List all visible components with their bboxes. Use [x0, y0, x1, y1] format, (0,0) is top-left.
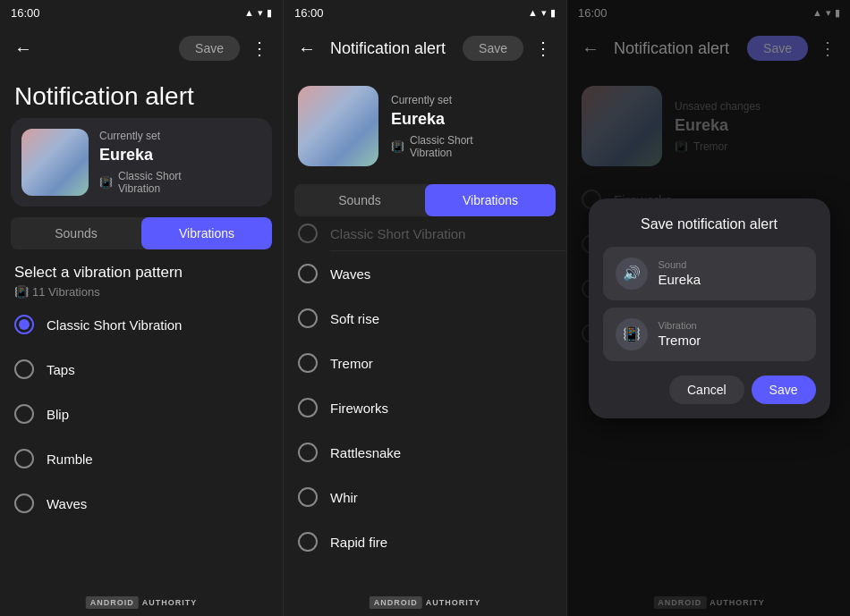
status-time-2: 16:00 — [294, 6, 324, 20]
radio-2-4[interactable] — [298, 443, 318, 462]
status-bar-1: 16:00 ▲ ▾ ▮ — [0, 0, 283, 25]
modal-save-button[interactable]: Save — [752, 376, 816, 404]
list-item-2-0[interactable]: Waves — [284, 251, 566, 296]
vib-text-1: Classic ShortVibration — [118, 170, 182, 195]
tab-vibrations-1[interactable]: Vibrations — [141, 217, 272, 249]
current-set-box-1: Currently set Eureka 📳 Classic ShortVibr… — [11, 118, 272, 207]
watermark-1: ANDROID AUTHORITY — [86, 596, 198, 609]
radio-1-3[interactable] — [14, 449, 34, 468]
watermark-android-1: ANDROID — [86, 596, 139, 609]
section-title-1: Select a vibration pattern — [14, 264, 268, 282]
list-item-2-1[interactable]: Soft rise — [284, 296, 566, 341]
modal-vibration-row: 📳 Vibration Tremor — [603, 308, 816, 361]
modal-title: Save notification alert — [603, 216, 816, 232]
vibration-value: Tremor — [659, 333, 701, 348]
top-bar-2: ← Notification alert Save ⋮ — [284, 25, 566, 72]
item-label-1-4: Waves — [47, 496, 87, 511]
list-item-2-4[interactable]: Rattlesnake — [284, 430, 566, 475]
top-bar-1: ← Save ⋮ — [0, 25, 283, 72]
alert-name-1: Eureka — [99, 146, 261, 165]
item-label-2-1: Soft rise — [330, 311, 379, 326]
modal-cancel-button[interactable]: Cancel — [669, 376, 744, 404]
radio-2-5[interactable] — [298, 487, 318, 507]
wifi-icon-2: ▾ — [541, 7, 547, 19]
tab-vibrations-2[interactable]: Vibrations — [425, 184, 556, 216]
radio-2-1[interactable] — [298, 308, 318, 328]
page-title-1: Notification alert — [0, 72, 283, 118]
vibration-list-1: Classic Short Vibration Taps Blip Rumble… — [0, 302, 283, 526]
top-title-2: Notification alert — [330, 39, 463, 58]
tabs-row-1: Sounds Vibrations — [11, 217, 272, 249]
currently-set-label-1: Currently set — [99, 130, 261, 142]
item-label-2-2: Tremor — [330, 356, 373, 371]
vibration-sub-2: 📳 Classic ShortVibration — [391, 134, 552, 159]
sound-label: Sound — [659, 259, 701, 270]
section-header-1: Select a vibration pattern 📳 11 Vibratio… — [0, 249, 283, 302]
list-item-1-1[interactable]: Taps — [0, 347, 283, 392]
radio-1-0[interactable] — [14, 315, 34, 334]
hero-image-2 — [298, 86, 378, 166]
battery-icon-1: ▮ — [267, 7, 272, 19]
partial-label: Classic Short Vibration — [330, 226, 465, 241]
item-label-2-6: Rapid fire — [330, 535, 387, 550]
radio-2-2[interactable] — [298, 353, 318, 373]
vib-icon-2: 📳 — [391, 140, 404, 153]
status-bar-2: 16:00 ▲ ▾ ▮ — [284, 0, 566, 25]
back-button-2[interactable]: ← — [294, 38, 319, 59]
wifi-icon-1: ▾ — [258, 7, 263, 19]
vib-text-2: Classic ShortVibration — [410, 134, 473, 159]
sound-icon: 🔊 — [616, 257, 648, 290]
list-item-2-6[interactable]: Rapid fire — [284, 519, 566, 564]
list-item-2-5[interactable]: Whir — [284, 475, 566, 519]
status-icons-2: ▲ ▾ ▮ — [528, 7, 556, 19]
item-label-2-0: Waves — [330, 266, 370, 282]
radio-2-0[interactable] — [298, 264, 318, 283]
save-modal: Save notification alert 🔊 Sound Eureka 📳… — [589, 198, 830, 418]
tabs-row-2: Sounds Vibrations — [294, 184, 556, 216]
vib-icon-1: 📳 — [99, 176, 113, 189]
modal-overlay-3: Save notification alert 🔊 Sound Eureka 📳… — [567, 0, 850, 616]
radio-2-3[interactable] — [298, 398, 318, 418]
watermark-2: ANDROID AUTHORITY — [370, 596, 481, 609]
more-button-1[interactable]: ⋮ — [247, 38, 272, 59]
radio-2-6[interactable] — [298, 532, 318, 552]
list-item-2-3[interactable]: Fireworks — [284, 385, 566, 430]
save-button-1[interactable]: Save — [179, 36, 240, 61]
list-item-1-2[interactable]: Blip — [0, 392, 283, 436]
back-button-1[interactable]: ← — [11, 38, 36, 59]
modal-actions: Cancel Save — [603, 376, 816, 404]
screen-1: 16:00 ▲ ▾ ▮ ← Save ⋮ Notification alert … — [0, 0, 284, 616]
list-item-1-0[interactable]: Classic Short Vibration — [0, 302, 283, 347]
status-icons-1: ▲ ▾ ▮ — [244, 7, 272, 19]
save-button-2[interactable]: Save — [463, 36, 523, 61]
vibration-list-2: Waves Soft rise Tremor Fireworks Rattles… — [284, 251, 566, 564]
radio-1-4[interactable] — [14, 494, 34, 513]
radio-1-1[interactable] — [14, 359, 34, 379]
hero-info-1: Currently set Eureka 📳 Classic ShortVibr… — [99, 130, 261, 195]
list-item-1-4[interactable]: Waves — [0, 481, 283, 526]
partial-item-2: Classic Short Vibration — [284, 216, 566, 250]
list-item-1-3[interactable]: Rumble — [0, 436, 283, 481]
list-item-2-2[interactable]: Tremor — [284, 341, 566, 385]
watermark-authority-1: AUTHORITY — [142, 598, 198, 607]
item-label-1-2: Blip — [47, 407, 69, 422]
watermark-authority-2: AUTHORITY — [426, 598, 481, 607]
tab-sounds-2[interactable]: Sounds — [294, 184, 425, 216]
vibration-sub-1: 📳 Classic ShortVibration — [99, 170, 261, 195]
currently-set-label-2: Currently set — [391, 94, 552, 106]
screens-container: 16:00 ▲ ▾ ▮ ← Save ⋮ Notification alert … — [0, 0, 850, 616]
watermark-android-2: ANDROID — [370, 596, 422, 609]
more-button-2[interactable]: ⋮ — [531, 38, 556, 59]
screen-3: 16:00 ▲ ▾ ▮ ← Notification alert Save ⋮ … — [567, 0, 850, 616]
tab-sounds-1[interactable]: Sounds — [11, 217, 141, 249]
modal-sound-row: 🔊 Sound Eureka — [603, 247, 816, 300]
signal-icon-2: ▲ — [528, 7, 538, 18]
screen-2: 16:00 ▲ ▾ ▮ ← Notification alert Save ⋮ … — [284, 0, 567, 616]
sound-value: Eureka — [659, 272, 701, 287]
hero-info-2: Currently set Eureka 📳 Classic ShortVibr… — [391, 94, 552, 159]
battery-icon-2: ▮ — [550, 7, 556, 19]
modal-vibration-info: Vibration Tremor — [659, 320, 701, 348]
radio-1-2[interactable] — [14, 404, 34, 424]
vibration-modal-icon: 📳 — [616, 318, 648, 350]
alert-name-2: Eureka — [391, 110, 552, 129]
